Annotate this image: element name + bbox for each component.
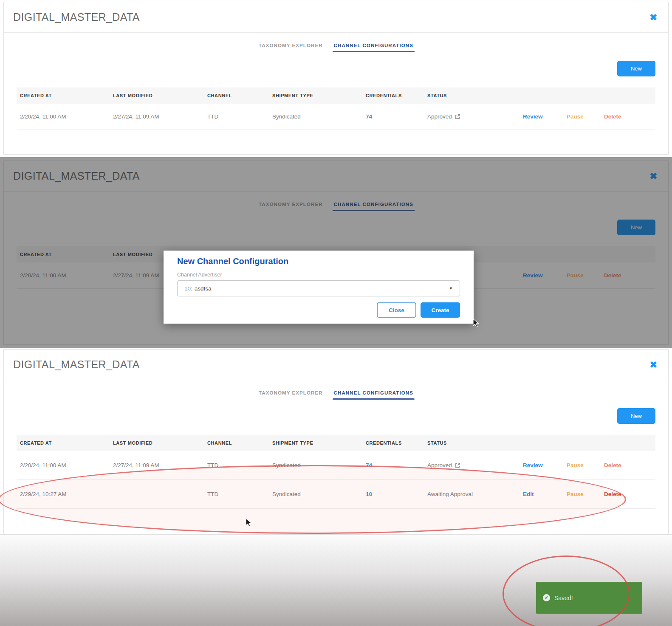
close-icon[interactable]: ✖ [649, 13, 657, 22]
pause-link[interactable]: Pause [563, 462, 601, 468]
cell-credentials: 10 [362, 491, 424, 497]
new-button[interactable]: New [617, 61, 655, 76]
delete-link[interactable]: Delete [601, 462, 655, 468]
modal-header: DIGITAL_MASTER_DATA ✖ [4, 350, 668, 380]
cell-created-at: 2/20/24, 11:00 AM [17, 113, 110, 120]
close-button[interactable]: Close [377, 302, 416, 318]
pause-link[interactable]: Pause [563, 491, 601, 497]
col-credentials: CREDENTIALS [362, 93, 424, 98]
toolbar: New [17, 408, 655, 424]
col-channel: CHANNEL [204, 440, 269, 446]
delete-link[interactable]: Delete [601, 113, 655, 120]
toast-message: Saved! [554, 595, 573, 601]
cell-credentials: 74 [362, 113, 424, 120]
table-row: 2/20/24, 11:00 AM 2/27/24, 11:09 AM TTD … [17, 104, 655, 130]
screen-1: DIGITAL_MASTER_DATA ✖ TAXONOMY EXPLORER … [0, 0, 672, 157]
cell-shipment-type: Syndicated [269, 491, 362, 497]
status-text: Awaiting Approval [427, 491, 473, 497]
channel-advertiser-select[interactable]: 10: asdfsa ▼ [177, 280, 460, 296]
status-text: Approved [427, 113, 452, 120]
cell-last-modified: 2/27/24, 11:09 AM [110, 462, 204, 468]
external-link-icon[interactable] [455, 114, 460, 119]
col-last-modified: LAST MODIFIED [110, 93, 204, 98]
review-link[interactable]: Review [520, 113, 563, 120]
credentials-link[interactable]: 10 [366, 491, 372, 497]
tab-bar: TAXONOMY EXPLORER CHANNEL CONFIGURATIONS [17, 43, 655, 52]
col-created-at: CREATED AT [17, 93, 110, 98]
toolbar: New [17, 61, 655, 76]
saved-toast: ✔ Saved! [536, 582, 642, 614]
cell-status: Approved [424, 113, 520, 120]
table-header-row: CREATED AT LAST MODIFIED CHANNEL SHIPMEN… [17, 435, 655, 451]
channel-advertiser-label: Channel Advertiser [177, 272, 460, 278]
mouse-cursor [473, 319, 481, 328]
col-channel: CHANNEL [204, 93, 269, 98]
config-table: CREATED AT LAST MODIFIED CHANNEL SHIPMEN… [17, 87, 655, 130]
page-title: DIGITAL_MASTER_DATA [13, 11, 140, 23]
advertiser-id: 10: [184, 285, 192, 292]
credentials-link[interactable]: 74 [366, 462, 372, 468]
mouse-cursor [246, 518, 254, 528]
table-header-row: CREATED AT LAST MODIFIED CHANNEL SHIPMEN… [17, 87, 655, 104]
tab-channel-configurations[interactable]: CHANNEL CONFIGURATIONS [334, 43, 413, 52]
cell-status: Approved [424, 462, 520, 468]
new-channel-configuration-dialog: New Channel Configuration Channel Advert… [164, 251, 474, 324]
dialog-actions: Close Create [177, 302, 460, 318]
tab-bar: TAXONOMY EXPLORER CHANNEL CONFIGURATIONS [17, 390, 655, 400]
col-status: STATUS [424, 93, 520, 98]
tab-channel-configurations[interactable]: CHANNEL CONFIGURATIONS [334, 390, 413, 400]
table-row: 2/20/24, 11:00 AM 2/27/24, 11:09 AM TTD … [17, 451, 655, 480]
close-icon[interactable]: ✖ [649, 360, 657, 369]
cell-channel: TTD [204, 113, 269, 120]
col-status: STATUS [424, 440, 520, 446]
page-title: DIGITAL_MASTER_DATA [13, 358, 140, 371]
edit-link[interactable]: Edit [520, 491, 563, 497]
cell-status: Awaiting Approval [424, 491, 520, 497]
screen-3: DIGITAL_MASTER_DATA ✖ TAXONOMY EXPLORER … [0, 348, 672, 626]
advertiser-name: asdfsa [195, 285, 212, 292]
new-button[interactable]: New [617, 408, 655, 424]
cell-channel: TTD [204, 491, 269, 497]
modal-card: DIGITAL_MASTER_DATA ✖ TAXONOMY EXPLORER … [3, 2, 669, 155]
screen-2: DIGITAL_MASTER_DATA ✖ TAXONOMY EXPLORER … [0, 157, 672, 348]
external-link-icon[interactable] [455, 462, 460, 468]
tab-taxonomy-explorer[interactable]: TAXONOMY EXPLORER [259, 43, 323, 52]
col-shipment-type: SHIPMENT TYPE [269, 93, 362, 98]
col-shipment-type: SHIPMENT TYPE [269, 440, 362, 446]
chevron-down-icon: ▼ [449, 286, 453, 290]
delete-link[interactable]: Delete [601, 491, 655, 497]
col-last-modified: LAST MODIFIED [110, 440, 204, 446]
cell-shipment-type: Syndicated [269, 462, 362, 468]
config-table: CREATED AT LAST MODIFIED CHANNEL SHIPMEN… [17, 435, 655, 509]
create-button[interactable]: Create [421, 302, 460, 318]
col-created-at: CREATED AT [17, 440, 110, 446]
cell-created-at: 2/20/24, 11:00 AM [17, 462, 110, 468]
cell-shipment-type: Syndicated [269, 113, 362, 120]
cell-credentials: 74 [362, 462, 424, 468]
cell-channel: TTD [204, 462, 269, 468]
pause-link[interactable]: Pause [563, 113, 601, 120]
col-credentials: CREDENTIALS [362, 440, 424, 446]
cell-created-at: 2/29/24, 10:27 AM [17, 491, 110, 497]
review-link[interactable]: Review [520, 462, 563, 468]
status-text: Approved [427, 462, 452, 468]
cell-last-modified: 2/27/24, 11:09 AM [110, 113, 204, 120]
dialog-title: New Channel Configuration [177, 257, 460, 266]
check-circle-icon: ✔ [543, 594, 550, 601]
table-row-new: 2/29/24, 10:27 AM TTD Syndicated 10 Awai… [17, 480, 655, 509]
credentials-link[interactable]: 74 [366, 113, 372, 120]
modal-header: DIGITAL_MASTER_DATA ✖ [4, 2, 668, 33]
tab-taxonomy-explorer[interactable]: TAXONOMY EXPLORER [259, 390, 323, 400]
